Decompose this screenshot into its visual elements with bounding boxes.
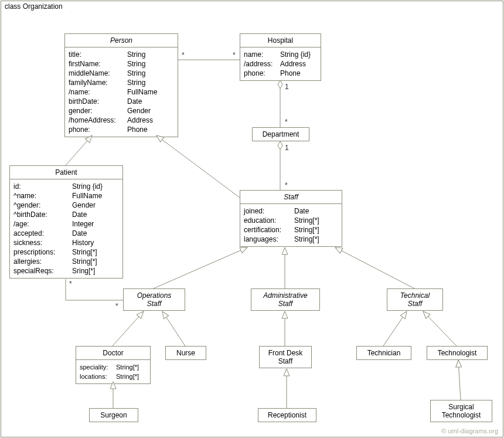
svg-text:*: *	[115, 302, 118, 310]
class-nurse: Nurse	[165, 346, 206, 360]
frame-label: class Organization	[1, 1, 70, 12]
attribute-row: joined:Date	[244, 206, 338, 216]
svg-text:1: 1	[285, 83, 289, 91]
attribute-row: /age:Integer	[13, 219, 119, 229]
class-administrative-staff-title: AdministrativeStaff	[251, 289, 319, 310]
attribute-row: certification:String[*]	[244, 225, 338, 235]
class-patient-title: Patient	[10, 166, 122, 179]
svg-line-13	[154, 247, 247, 288]
class-receptionist-title: Receptionist	[258, 409, 316, 422]
diagram-frame: class Organization Person title:Stringfi…	[1, 1, 503, 437]
svg-line-20	[423, 311, 457, 346]
class-surgical-technologist-title: SurgicalTechnologist	[431, 400, 492, 422]
attribute-row: sickness:History	[13, 238, 119, 247]
class-technical-staff-title: TechnicalStaff	[387, 289, 442, 310]
class-patient: Patient id:String {id}^name:FullName^gen…	[9, 165, 123, 279]
class-technician: Technician	[356, 346, 411, 360]
svg-text:*: *	[233, 51, 236, 59]
attribute-row: prescriptions:String[*]	[13, 247, 119, 257]
class-administrative-staff: AdministrativeStaff	[251, 288, 320, 311]
attribute-row: ^gender:Gender	[13, 201, 119, 210]
attribute-row: firstName:String	[69, 59, 174, 69]
class-hospital-title: Hospital	[240, 34, 321, 47]
class-front-desk-staff-title: Front DeskStaff	[260, 347, 311, 368]
attribute-row: phone:Phone	[244, 69, 317, 78]
svg-line-16	[113, 311, 144, 346]
attribute-row: /homeAddress:Address	[69, 116, 174, 125]
svg-text:1: 1	[285, 144, 289, 152]
class-surgeon: Surgeon	[89, 408, 138, 422]
svg-text:*: *	[285, 181, 288, 189]
class-person-title: Person	[65, 34, 178, 47]
attribute-row: /name:FullName	[69, 87, 174, 97]
svg-line-10	[156, 135, 240, 198]
class-technologist-title: Technologist	[427, 347, 487, 359]
class-department-title: Department	[253, 128, 309, 141]
attribute-row: id:String {id}	[13, 182, 119, 191]
watermark: © uml-diagrams.org	[441, 427, 498, 434]
class-staff: Staff joined:Dateeducation:String[*]cert…	[240, 190, 342, 247]
attribute-row: gender:Gender	[69, 106, 174, 116]
class-person: Person title:StringfirstName:Stringmiddl…	[64, 33, 178, 137]
svg-line-17	[162, 311, 185, 346]
attribute-row: title:String	[69, 50, 174, 59]
attribute-row: locations:String[*]	[80, 372, 147, 381]
class-doctor: Doctor speciality:String[*]locations:Str…	[76, 346, 151, 384]
class-technician-title: Technician	[357, 347, 411, 359]
svg-line-15	[335, 247, 414, 288]
svg-text:*: *	[285, 118, 288, 126]
class-staff-title: Staff	[240, 191, 342, 204]
attribute-row: /address:Address	[244, 59, 317, 69]
class-technologist: Technologist	[427, 346, 488, 360]
attribute-row: education:String[*]	[244, 216, 338, 225]
class-doctor-title: Doctor	[76, 347, 150, 360]
class-operations-staff: OperationsStaff	[123, 288, 185, 311]
attribute-row: languages:String[*]	[244, 235, 338, 244]
attribute-row: familyName:String	[69, 78, 174, 87]
attribute-row: specialReqs:Sring[*]	[13, 266, 119, 276]
class-technical-staff: TechnicalStaff	[387, 288, 443, 311]
class-receptionist: Receptionist	[258, 408, 316, 422]
class-surgical-technologist: SurgicalTechnologist	[430, 400, 492, 422]
svg-line-9	[66, 135, 92, 165]
attribute-row: allergies:String[*]	[13, 257, 119, 266]
class-department: Department	[252, 127, 309, 141]
svg-line-19	[383, 311, 407, 346]
attribute-row: middleName:String	[69, 69, 174, 78]
attribute-row: ^birthDate:Date	[13, 210, 119, 219]
attribute-row: birthDate:Date	[69, 97, 174, 106]
svg-text:*: *	[69, 280, 72, 288]
svg-text:*: *	[182, 51, 185, 59]
class-front-desk-staff: Front DeskStaff	[259, 346, 312, 368]
attribute-row: ^name:FullName	[13, 191, 119, 201]
class-hospital: Hospital name:String {id}/address:Addres…	[240, 33, 321, 81]
attribute-row: accepted:Date	[13, 229, 119, 238]
attribute-row: phone:Phone	[69, 125, 174, 134]
svg-line-23	[458, 360, 461, 400]
class-surgeon-title: Surgeon	[90, 409, 138, 422]
class-operations-staff-title: OperationsStaff	[124, 289, 185, 310]
attribute-row: name:String {id}	[244, 50, 317, 59]
attribute-row: speciality:String[*]	[80, 362, 147, 372]
class-nurse-title: Nurse	[166, 347, 206, 359]
